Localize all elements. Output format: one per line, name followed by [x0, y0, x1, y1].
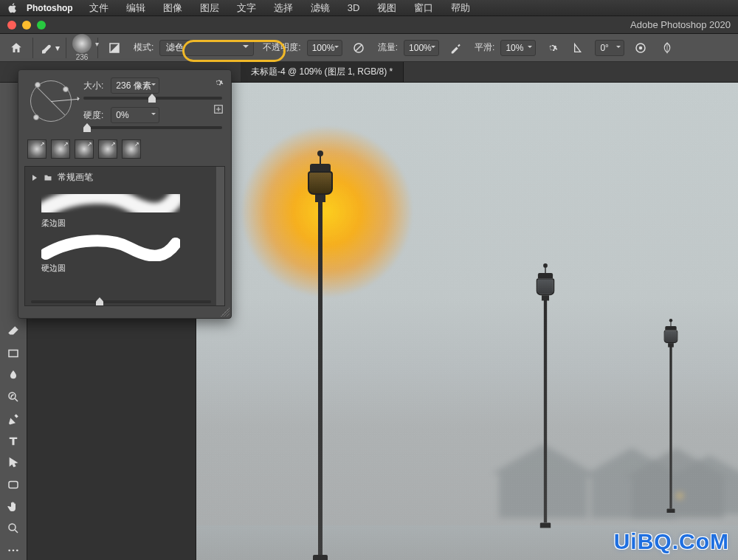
- macos-menubar: Photoshop 文件 编辑 图像 图层 文字 选择 滤镜 3D 视图 窗口 …: [0, 0, 738, 16]
- menu-layer[interactable]: 图层: [193, 1, 227, 15]
- brush-size-readout: 236: [76, 53, 89, 61]
- menu-filter[interactable]: 滤镜: [303, 1, 337, 15]
- brush-preset-picker[interactable]: 236 ▾: [72, 34, 92, 61]
- menu-help[interactable]: 帮助: [444, 1, 477, 15]
- mode-label: 模式:: [134, 41, 154, 54]
- angle-input[interactable]: 0°: [595, 40, 624, 56]
- brush-soft-round-label: 柔边圆: [41, 218, 218, 229]
- document-canvas[interactable]: UiBQ.CoM: [196, 83, 738, 560]
- tool-hand[interactable]: [4, 497, 23, 516]
- tool-rectangle[interactable]: [4, 344, 23, 363]
- menu-view[interactable]: 视图: [370, 1, 404, 15]
- tool-pen[interactable]: [4, 409, 23, 429]
- maximize-window-button[interactable]: [37, 21, 46, 30]
- brush-settings-button[interactable]: [104, 38, 125, 58]
- tool-zoom[interactable]: [4, 519, 23, 539]
- brush-list: 常规画笔 柔边圆 硬边圆: [24, 166, 225, 306]
- menu-window[interactable]: 窗口: [407, 1, 441, 15]
- brush-size-input[interactable]: 236 像素: [111, 77, 159, 94]
- brush-hard-round[interactable]: [41, 233, 180, 261]
- home-button[interactable]: [6, 38, 27, 58]
- divider: [32, 38, 33, 58]
- smoothing-label: 平滑:: [475, 41, 494, 54]
- svg-point-8: [13, 550, 15, 552]
- options-bar: ▾ 236 ▾ 模式: 滤色 不透明度: 100% 流量: 100% 平滑: 1…: [0, 34, 738, 62]
- brush-preview-icon: [72, 34, 92, 53]
- opacity-pressure-button[interactable]: [348, 38, 369, 58]
- svg-point-6: [9, 524, 15, 530]
- brush-size-label: 大小:: [83, 80, 103, 92]
- panel-resize-grip[interactable]: [221, 308, 230, 317]
- menu-image[interactable]: 图像: [156, 1, 190, 15]
- brush-size-slider[interactable]: [83, 97, 222, 100]
- svg-point-2: [639, 46, 643, 49]
- tool-shape[interactable]: [4, 475, 23, 494]
- blend-mode-select[interactable]: 滤色: [159, 40, 254, 56]
- smoothing-input[interactable]: 10%: [500, 40, 536, 56]
- minimize-window-button[interactable]: [22, 21, 31, 30]
- brush-hardness-slider[interactable]: [83, 126, 222, 129]
- new-preset-icon[interactable]: [213, 104, 224, 114]
- brush-folder[interactable]: 常规画笔: [31, 171, 218, 184]
- svg-point-7: [8, 550, 10, 552]
- opacity-input[interactable]: 100%: [307, 40, 342, 56]
- recent-brush-3[interactable]: ↗: [75, 139, 94, 159]
- window-title: Adobe Photoshop 2020: [630, 19, 731, 30]
- blend-mode-value: 滤色: [166, 41, 184, 54]
- tool-type[interactable]: [4, 432, 23, 451]
- flow-label: 流量:: [378, 41, 398, 54]
- window-controls: [7, 21, 46, 30]
- recent-brush-1[interactable]: ↗: [27, 139, 46, 159]
- brush-preset-panel: 大小: 236 像素 硬度: 0% ↗ ↗ ↗ ↗ ↗ 常规画笔: [18, 69, 232, 319]
- symmetry-button[interactable]: [657, 38, 677, 58]
- streetlamp-2: [536, 273, 555, 528]
- recent-brushes: ↗ ↗ ↗ ↗ ↗: [18, 132, 231, 159]
- airbrush-button[interactable]: [445, 38, 466, 58]
- divider: [66, 38, 66, 58]
- tool-path-select[interactable]: [4, 453, 23, 472]
- tool-eraser[interactable]: [4, 322, 23, 341]
- recent-brush-4[interactable]: ↗: [98, 139, 117, 159]
- streetlamp-1: [307, 164, 334, 560]
- menu-3d[interactable]: 3D: [340, 2, 368, 13]
- app-name: Photoshop: [21, 3, 79, 13]
- pressure-size-button[interactable]: [630, 38, 651, 58]
- smoothing-options-button[interactable]: [542, 38, 562, 58]
- angle-icon: [568, 38, 589, 58]
- svg-rect-5: [9, 482, 18, 488]
- opacity-label: 不透明度:: [263, 41, 300, 54]
- brush-soft-round[interactable]: [41, 188, 180, 216]
- apple-logo-icon: [7, 3, 18, 13]
- brush-hard-round-label: 硬边圆: [41, 263, 218, 274]
- menu-edit[interactable]: 编辑: [119, 1, 153, 15]
- menu-file[interactable]: 文件: [82, 1, 116, 15]
- svg-rect-3: [9, 350, 18, 356]
- menu-select[interactable]: 选择: [266, 1, 300, 15]
- tool-zoom-alt[interactable]: [4, 387, 23, 407]
- brush-hardness-label: 硬度:: [83, 109, 103, 122]
- brush-angle-widget[interactable]: [27, 77, 75, 125]
- brush-folder-label: 常规画笔: [58, 171, 93, 184]
- watermark: UiBQ.CoM: [614, 529, 729, 554]
- recent-brush-2[interactable]: ↗: [51, 139, 70, 159]
- document-tab[interactable]: 未标题-4 @ 109% (图层 1, RGB/8) *: [241, 62, 404, 82]
- gear-icon[interactable]: [213, 77, 224, 88]
- svg-point-9: [16, 550, 18, 552]
- tool-more[interactable]: [4, 541, 23, 560]
- brush-hardness-input[interactable]: 0%: [111, 107, 159, 123]
- streetlamp-3: [663, 326, 678, 513]
- tool-blur[interactable]: [4, 365, 23, 384]
- flow-input[interactable]: 100%: [404, 40, 439, 56]
- menu-type[interactable]: 文字: [230, 1, 263, 15]
- brush-thumbnail-size-slider[interactable]: [31, 300, 211, 303]
- window-titlebar: Adobe Photoshop 2020: [0, 16, 738, 34]
- tool-preset-brush-icon[interactable]: ▾: [39, 38, 60, 58]
- recent-brush-5[interactable]: ↗: [122, 139, 141, 159]
- close-window-button[interactable]: [7, 21, 16, 30]
